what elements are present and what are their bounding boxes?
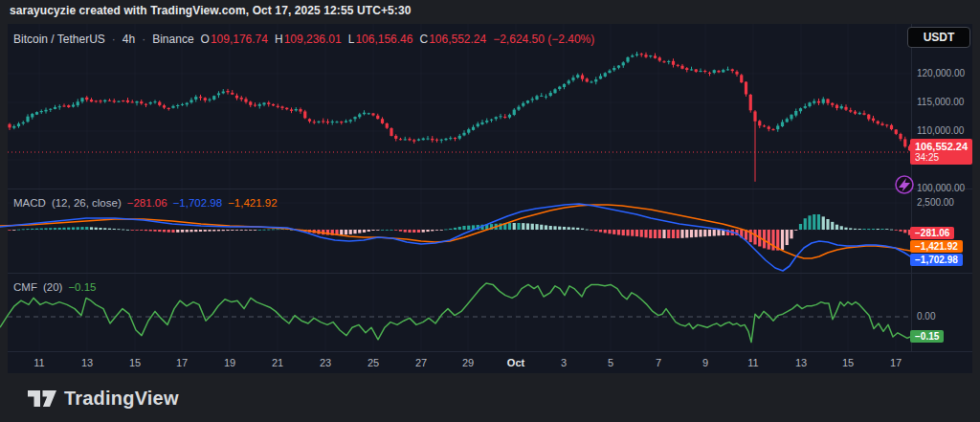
price-scale-label-1: 115,000.00 [917, 98, 972, 107]
chart-canvas[interactable] [0, 0, 980, 422]
time-axis-label-0: 11 [33, 357, 44, 368]
time-axis-label-2: 15 [129, 357, 141, 368]
price-scale-label-0: 120,000.00 [917, 69, 972, 78]
macd-value-1: −1,702.98 [173, 197, 222, 209]
macd-header[interactable]: MACD(12, 26, close)−281.06−1,702.98−1,42… [13, 197, 278, 209]
symbol-name: Bitcoin / TetherUS [13, 33, 105, 46]
time-axis-label-14: 9 [702, 357, 708, 368]
time-axis-label-5: 21 [272, 357, 283, 368]
last-price-badge: 106,552.2434:25 [910, 139, 972, 165]
cmf-value: −0.15 [68, 281, 96, 293]
cmf-title: CMF [13, 281, 37, 293]
ohlc-l: L106,156.46 [348, 33, 413, 46]
currency-toggle-button[interactable]: USDT [907, 27, 970, 48]
ohlc-c: C106,552.24 [419, 33, 486, 46]
bar-countdown: 34:25 [915, 152, 968, 163]
cmf-badge: −0.15 [910, 330, 944, 343]
macd-value-0: −281.06 [127, 197, 167, 209]
price-change: −2,624.50 (−2.40%) [493, 33, 594, 46]
time-axis-label-11: 3 [561, 357, 567, 368]
tradingview-logo-icon [27, 386, 57, 411]
time-axis-label-3: 17 [176, 357, 188, 368]
cmf-params: (20) [43, 281, 62, 293]
time-axis-label-4: 19 [224, 357, 235, 368]
time-axis-label-16: 13 [795, 357, 807, 368]
ohlc-h: H109,236.01 [275, 33, 342, 46]
cmf-header[interactable]: CMF(20)−0.15 [13, 281, 96, 293]
macd-scale-label: 2,500.00 [917, 198, 972, 208]
price-scale-label-2: 110,000.00 [917, 126, 972, 136]
tradingview-logo-text: TradingView [64, 388, 179, 410]
symbol-header[interactable]: Bitcoin / TetherUS·4h·BinanceO109,176.74… [13, 32, 594, 47]
lightning-boost-icon[interactable] [896, 176, 913, 193]
separator-dot: · [112, 33, 116, 46]
macd-title: MACD [13, 197, 46, 209]
price-scale-label-3: 100,000.00 [917, 184, 972, 193]
time-axis-label-6: 23 [320, 357, 331, 368]
macd-value-2: −1,421.92 [228, 197, 277, 209]
macd-params: (12, 26, close) [52, 197, 122, 209]
time-axis-label-12: 5 [608, 357, 613, 368]
time-axis-label-17: 15 [842, 357, 854, 368]
time-axis-label-9: 29 [462, 357, 474, 368]
macd-badge-1: −1,421.92 [910, 240, 963, 253]
last-price-value: 106,552.24 [915, 141, 968, 152]
interval-label: 4h [122, 33, 135, 46]
tradingview-logo[interactable]: TradingView [27, 384, 179, 412]
exchange-label: Binance [152, 33, 193, 46]
cmf-scale-label: 0.00 [917, 312, 972, 322]
macd-badge-0: −281.06 [910, 227, 954, 239]
time-axis-label-10: Oct [507, 357, 524, 368]
ohlc-o: O109,176.74 [201, 33, 268, 46]
time-axis-label-18: 17 [890, 357, 902, 368]
macd-badge-2: −1,702.98 [910, 254, 963, 266]
separator-dot: · [142, 33, 145, 46]
tradingview-chart-screenshot: sarayucyzie created with TradingView.com… [0, 0, 980, 422]
time-axis-label-7: 25 [368, 357, 379, 368]
time-axis-label-13: 7 [656, 357, 661, 368]
time-axis-label-15: 11 [747, 357, 758, 368]
time-axis-label-1: 13 [81, 357, 93, 368]
time-axis-label-8: 27 [415, 357, 427, 368]
